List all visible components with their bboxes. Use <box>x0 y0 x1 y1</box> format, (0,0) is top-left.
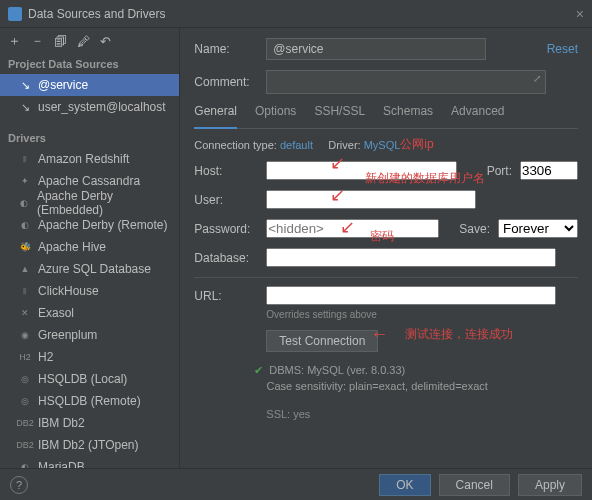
password-input[interactable] <box>266 219 439 238</box>
password-label: Password: <box>194 222 266 236</box>
driver-item[interactable]: ▲Azure SQL Database <box>0 258 179 280</box>
comment-label: Comment: <box>194 75 266 89</box>
tab-general[interactable]: General <box>194 104 237 129</box>
item-label: Greenplum <box>38 328 97 342</box>
cancel-button[interactable]: Cancel <box>439 474 510 496</box>
driver-item[interactable]: 🐝Apache Hive <box>0 236 179 258</box>
driver-icon: ▲ <box>18 264 32 274</box>
url-input[interactable] <box>266 286 556 305</box>
driver-icon: ◉ <box>18 330 32 340</box>
item-label: HSQLDB (Local) <box>38 372 127 386</box>
item-label: ClickHouse <box>38 284 99 298</box>
driver-item[interactable]: ◎HSQLDB (Local) <box>0 368 179 390</box>
driver-icon: ◐ <box>18 198 31 208</box>
item-label: H2 <box>38 350 53 364</box>
driver-icon: ⦀ <box>18 286 32 297</box>
driver-item[interactable]: ✕Exasol <box>0 302 179 324</box>
conn-type-label: Connection type: <box>194 139 277 151</box>
case-text: Case sensitivity: plain=exact, delimited… <box>267 380 488 392</box>
help-icon[interactable]: ? <box>10 476 28 494</box>
driver-item[interactable]: ◐MariaDB <box>0 456 179 468</box>
item-label: Azure SQL Database <box>38 262 151 276</box>
item-label: Apache Cassandra <box>38 174 140 188</box>
annotation-test: 测试连接，连接成功 <box>405 326 513 343</box>
remove-icon[interactable]: － <box>31 32 44 50</box>
test-connection-button[interactable]: Test Connection <box>266 330 378 352</box>
tab-ssh-ssl[interactable]: SSH/SSL <box>314 104 365 122</box>
settings-icon[interactable]: 🖉 <box>77 34 90 49</box>
datasource-icon: ↘ <box>18 101 32 114</box>
driver-item[interactable]: DB2IBM Db2 <box>0 412 179 434</box>
item-label: Exasol <box>38 306 74 320</box>
driver-icon: ✦ <box>18 176 32 186</box>
save-select[interactable]: Forever <box>498 219 578 238</box>
item-label: Amazon Redshift <box>38 152 129 166</box>
driver-item[interactable]: DB2IBM Db2 (JTOpen) <box>0 434 179 456</box>
item-label: Apache Hive <box>38 240 106 254</box>
driver-icon: DB2 <box>18 440 32 450</box>
check-icon: ✔ <box>254 364 263 376</box>
item-label: Apache Derby (Embedded) <box>37 189 171 217</box>
content-panel: Name: Reset Comment: ⤢ GeneralOptionsSSH… <box>180 28 592 468</box>
driver-item[interactable]: ⦀Amazon Redshift <box>0 148 179 170</box>
close-icon[interactable]: × <box>576 6 584 22</box>
driver-item[interactable]: ◉Greenplum <box>0 324 179 346</box>
name-input[interactable] <box>266 38 486 60</box>
add-icon[interactable]: ＋ <box>8 32 21 50</box>
driver-item[interactable]: H2H2 <box>0 346 179 368</box>
drivers-label: Drivers <box>0 128 179 148</box>
sidebar: ＋ － 🗐 🖉 ↶ Project Data Sources ↘@service… <box>0 28 180 468</box>
revert-icon[interactable]: ↶ <box>100 34 111 49</box>
item-label: @service <box>38 78 88 92</box>
comment-input[interactable]: ⤢ <box>266 70 546 94</box>
item-label: IBM Db2 <box>38 416 85 430</box>
item-label: MariaDB <box>38 460 85 468</box>
sidebar-toolbar: ＋ － 🗐 🖉 ↶ <box>0 28 179 54</box>
dbms-text: DBMS: MySQL (ver. 8.0.33) <box>269 364 405 376</box>
source-item[interactable]: ↘@service <box>0 74 179 96</box>
database-input[interactable] <box>266 248 556 267</box>
tab-advanced[interactable]: Advanced <box>451 104 504 122</box>
reset-link[interactable]: Reset <box>547 42 578 56</box>
expand-icon[interactable]: ⤢ <box>533 73 541 84</box>
item-label: HSQLDB (Remote) <box>38 394 141 408</box>
item-label: user_system@localhost <box>38 100 166 114</box>
app-icon <box>8 7 22 21</box>
driver-icon: DB2 <box>18 418 32 428</box>
host-input[interactable] <box>266 161 456 180</box>
item-label: IBM Db2 (JTOpen) <box>38 438 138 452</box>
driver-item[interactable]: ◐Apache Derby (Remote) <box>0 214 179 236</box>
override-note: Overrides settings above <box>266 309 578 320</box>
apply-button[interactable]: Apply <box>518 474 582 496</box>
user-input[interactable] <box>266 190 476 209</box>
host-label: Host: <box>194 164 266 178</box>
driver-icon: H2 <box>18 352 32 362</box>
url-label: URL: <box>194 289 266 303</box>
source-item[interactable]: ↘user_system@localhost <box>0 96 179 118</box>
database-label: Database: <box>194 251 266 265</box>
driver-icon: ✕ <box>18 308 32 318</box>
driver-item[interactable]: ◎HSQLDB (Remote) <box>0 390 179 412</box>
ok-button[interactable]: OK <box>379 474 430 496</box>
driver-icon: ◎ <box>18 374 32 384</box>
driver-item[interactable]: ⦀ClickHouse <box>0 280 179 302</box>
driver-item[interactable]: ◐Apache Derby (Embedded) <box>0 192 179 214</box>
tab-options[interactable]: Options <box>255 104 296 122</box>
project-sources-label: Project Data Sources <box>0 54 179 74</box>
user-label: User: <box>194 193 266 207</box>
driver-icon: ◐ <box>18 220 32 230</box>
copy-icon[interactable]: 🗐 <box>54 34 67 49</box>
footer: ? OK Cancel Apply <box>0 468 592 500</box>
titlebar: Data Sources and Drivers × <box>0 0 592 28</box>
item-label: Apache Derby (Remote) <box>38 218 167 232</box>
driver-label: Driver: <box>328 139 360 151</box>
datasource-icon: ↘ <box>18 79 32 92</box>
driver-value[interactable]: MySQL <box>364 139 401 151</box>
port-input[interactable] <box>520 161 578 180</box>
dialog-title: Data Sources and Drivers <box>28 7 165 21</box>
driver-icon: ◎ <box>18 396 32 406</box>
conn-type-value[interactable]: default <box>280 139 313 151</box>
tab-schemas[interactable]: Schemas <box>383 104 433 122</box>
driver-icon: 🐝 <box>18 242 32 252</box>
save-label: Save: <box>459 222 490 236</box>
